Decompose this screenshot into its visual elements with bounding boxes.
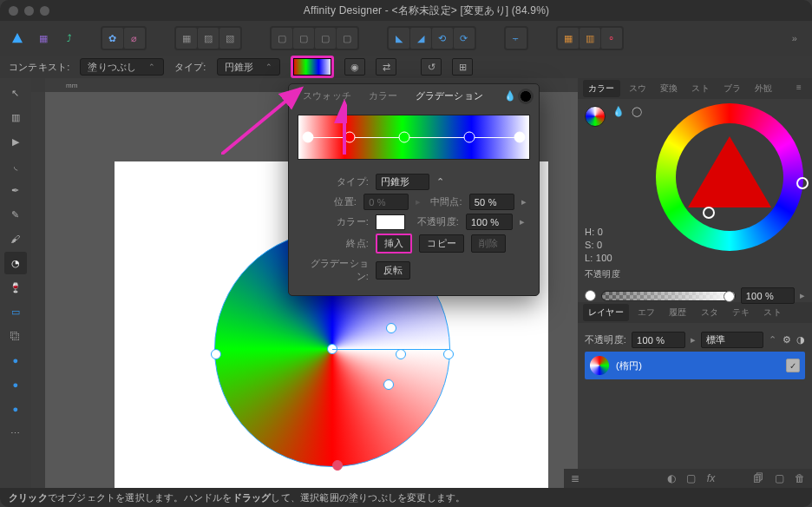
overflow-icon[interactable]: »: [784, 28, 805, 49]
grid2-icon[interactable]: ▥: [580, 28, 600, 49]
polygon-tool-icon[interactable]: ●: [4, 349, 27, 372]
swap-icon[interactable]: ◉: [344, 58, 365, 76]
flip-h-icon[interactable]: ◣: [389, 28, 409, 49]
copy-button[interactable]: コピー: [419, 234, 464, 253]
order-btn[interactable]: ▢: [272, 28, 292, 49]
reverse-button[interactable]: 反転: [376, 261, 410, 280]
corner-tool-icon[interactable]: ◟: [4, 155, 27, 177]
persona-pixel-icon[interactable]: ▦: [33, 28, 54, 49]
persona-vector-icon[interactable]: [7, 28, 28, 49]
gradient-stop[interactable]: [463, 132, 475, 143]
tab-color[interactable]: カラー: [583, 80, 620, 97]
eyedropper-icon[interactable]: 💧: [504, 90, 516, 102]
stack-icon[interactable]: ≣: [571, 472, 580, 484]
rotate-l-icon[interactable]: ⟲: [432, 28, 453, 49]
p-mid-input[interactable]: 50 %: [469, 194, 514, 210]
layer-row[interactable]: (楕円) ✓: [585, 352, 805, 379]
persona-export-icon[interactable]: ⤴: [59, 28, 80, 49]
tab-gradient[interactable]: グラデーション: [407, 86, 492, 106]
cog-icon[interactable]: ⚙: [783, 334, 791, 346]
pen-tool-icon[interactable]: ✒: [4, 179, 27, 201]
fill-well[interactable]: [585, 106, 606, 127]
lock-icon[interactable]: ◑: [796, 334, 805, 346]
gradient-stop[interactable]: [514, 132, 526, 143]
group-icon[interactable]: ▢: [775, 472, 784, 484]
align-btn[interactable]: ⫟: [506, 28, 527, 49]
p-opacity-input[interactable]: 100 %: [466, 214, 513, 230]
layer-opacity-value[interactable]: 100 %: [632, 332, 685, 348]
visibility-checkbox[interactable]: ✓: [786, 359, 800, 372]
repeat-icon[interactable]: ↺: [421, 58, 442, 76]
layers-panel: 不透明度: 100 %▸ 標準⌃ ⚙ ◑ (楕円) ✓: [578, 323, 812, 385]
zoom-icon[interactable]: [40, 6, 49, 16]
p-color-well[interactable]: [376, 214, 405, 230]
order-btn3[interactable]: ▢: [315, 28, 336, 49]
order-btn4[interactable]: ▢: [337, 28, 357, 49]
artboard-tool-icon[interactable]: ▥: [4, 106, 27, 128]
p-pos-input[interactable]: 0 %: [363, 194, 409, 210]
tab-swatch[interactable]: スウォッチ: [294, 86, 360, 106]
move-tool-icon[interactable]: ↖: [4, 82, 27, 104]
assets-btn[interactable]: ✿: [102, 28, 123, 49]
panel-menu-icon[interactable]: ≡: [791, 80, 807, 97]
close-icon[interactable]: [9, 6, 18, 16]
tab-swatch[interactable]: スウ: [624, 80, 652, 97]
lock-icon[interactable]: ⊞: [452, 58, 473, 76]
color-wheel[interactable]: [656, 103, 803, 251]
tab-stock[interactable]: スト: [758, 304, 786, 321]
tab-history[interactable]: 履歴: [664, 304, 691, 321]
tab-stroke[interactable]: スト: [686, 80, 714, 97]
tab-brush[interactable]: ブラ: [718, 80, 746, 97]
delete-button[interactable]: 削除: [471, 234, 506, 253]
clip-icon[interactable]: 🗐: [753, 472, 763, 484]
type-select[interactable]: 円錐形⌃: [217, 58, 281, 76]
gradient-stop[interactable]: [344, 132, 355, 143]
gradient-stop[interactable]: [399, 132, 410, 143]
tab-color[interactable]: カラー: [360, 86, 407, 106]
sample-ring-icon[interactable]: ◯: [632, 106, 642, 127]
minimize-icon[interactable]: [24, 6, 34, 16]
p-type-select[interactable]: 円錐形: [376, 174, 429, 190]
opacity-dot: [585, 290, 596, 301]
transparency-tool-icon[interactable]: 🍷: [4, 276, 27, 299]
text-tool-icon[interactable]: ⋯: [4, 422, 27, 444]
mask-icon[interactable]: ▢: [686, 472, 696, 484]
brush-tool-icon[interactable]: 🖌: [4, 227, 27, 250]
place-tool-icon[interactable]: ▭: [4, 300, 27, 323]
rotate-r-icon[interactable]: ⟳: [454, 28, 475, 49]
gradient-stop[interactable]: [302, 132, 313, 143]
fx-icon[interactable]: fx: [707, 472, 716, 484]
snapshots-btn[interactable]: ⌀: [124, 28, 145, 49]
opacity-slider[interactable]: [601, 291, 736, 301]
pencil-tool-icon[interactable]: ✎: [4, 203, 27, 226]
tab-appearance[interactable]: 外観: [750, 80, 777, 97]
gradient-editor[interactable]: [298, 115, 530, 160]
blend-mode-select[interactable]: 標準: [701, 332, 763, 348]
trash-icon[interactable]: 🗑: [795, 472, 805, 484]
node-tool-icon[interactable]: ▶: [4, 130, 27, 153]
gradient-swatch-button[interactable]: [291, 56, 334, 78]
tab-text[interactable]: テキ: [727, 304, 755, 321]
tab-styles[interactable]: スタ: [696, 304, 724, 321]
order-btn2[interactable]: ▢: [293, 28, 314, 49]
obj-btn2[interactable]: ▨: [198, 28, 219, 49]
fill-select[interactable]: 塗りつぶし⌃: [80, 58, 163, 76]
tab-effects[interactable]: エフ: [632, 304, 660, 321]
insert-button[interactable]: 挿入: [376, 234, 412, 254]
adj-icon[interactable]: ◐: [667, 472, 676, 484]
tab-layers[interactable]: レイヤー: [583, 304, 629, 321]
obj-btn[interactable]: ▦: [176, 28, 197, 49]
magnet-icon[interactable]: ⚬: [601, 28, 622, 49]
rect-tool-icon[interactable]: ●: [4, 373, 27, 396]
crop-tool-icon[interactable]: ⿻: [4, 325, 27, 347]
reverse-icon[interactable]: ⇄: [376, 58, 396, 76]
obj-btn3[interactable]: ▧: [219, 28, 240, 49]
grid-icon[interactable]: ▦: [558, 28, 579, 49]
ellipse-tool-icon[interactable]: ●: [4, 398, 27, 420]
tab-transform[interactable]: 変換: [655, 80, 683, 97]
fill-tool-icon[interactable]: ◔: [4, 252, 27, 274]
color-preview[interactable]: [518, 89, 534, 104]
opacity-value[interactable]: 100 %: [741, 287, 795, 304]
flip-v-icon[interactable]: ◢: [410, 28, 431, 49]
eyedropper-icon[interactable]: 💧: [612, 106, 625, 127]
